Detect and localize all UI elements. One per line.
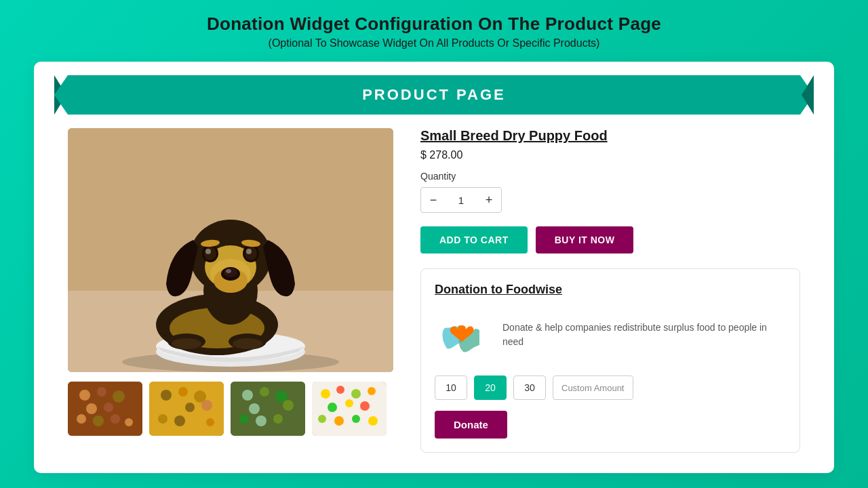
svg-point-72 bbox=[351, 389, 361, 399]
svg-point-51 bbox=[167, 403, 178, 414]
thumbnail-4[interactable] bbox=[312, 382, 387, 436]
svg-point-57 bbox=[206, 418, 214, 426]
svg-point-65 bbox=[239, 414, 249, 424]
quantity-value: 1 bbox=[446, 195, 477, 206]
svg-point-44 bbox=[93, 415, 104, 426]
svg-point-53 bbox=[201, 400, 212, 411]
product-images bbox=[68, 128, 393, 453]
svg-point-76 bbox=[360, 401, 370, 411]
thumbnail-2[interactable] bbox=[149, 382, 224, 436]
add-to-cart-button[interactable]: ADD TO CART bbox=[420, 226, 528, 253]
svg-point-71 bbox=[336, 386, 344, 394]
page-title: Donation Widget Configuration On The Pro… bbox=[207, 14, 661, 35]
svg-point-37 bbox=[79, 390, 90, 401]
product-price: $ 278.00 bbox=[420, 149, 800, 161]
svg-point-78 bbox=[334, 416, 344, 426]
thumbnail-3[interactable] bbox=[231, 382, 305, 436]
svg-point-45 bbox=[111, 414, 120, 424]
svg-point-48 bbox=[161, 390, 172, 401]
amount-10-button[interactable]: 10 bbox=[435, 375, 467, 400]
svg-point-52 bbox=[185, 403, 195, 412]
donation-widget: Donation to Foodwise bbox=[420, 268, 800, 453]
donation-description: Donate & help companies redistribute sur… bbox=[502, 321, 786, 349]
svg-point-74 bbox=[328, 403, 337, 412]
svg-point-68 bbox=[288, 418, 296, 426]
svg-point-42 bbox=[120, 400, 131, 411]
svg-point-40 bbox=[86, 403, 97, 414]
product-info: Small Breed Dry Puppy Food $ 278.00 Quan… bbox=[420, 128, 800, 453]
svg-point-75 bbox=[345, 399, 353, 407]
svg-point-19 bbox=[233, 338, 262, 349]
white-card: PRODUCT PAGE bbox=[34, 62, 834, 473]
page-subtitle: (Optional To Showcase Widget On All Prod… bbox=[207, 37, 661, 49]
svg-point-70 bbox=[321, 389, 330, 399]
quantity-plus-button[interactable]: + bbox=[477, 188, 501, 212]
svg-point-67 bbox=[273, 414, 283, 424]
page-header: Donation Widget Configuration On The Pro… bbox=[207, 14, 661, 49]
main-product-image bbox=[68, 128, 393, 372]
svg-point-59 bbox=[242, 390, 253, 401]
svg-point-54 bbox=[158, 414, 167, 424]
svg-point-41 bbox=[104, 403, 113, 412]
amount-20-button[interactable]: 20 bbox=[474, 375, 507, 400]
product-area: Small Breed Dry Puppy Food $ 278.00 Quan… bbox=[34, 115, 834, 453]
svg-point-43 bbox=[77, 414, 86, 424]
thumbnail-row bbox=[68, 382, 393, 436]
cart-buttons: ADD TO CART BUY IT NOW bbox=[420, 226, 800, 253]
thumbnail-1[interactable] bbox=[68, 382, 142, 436]
svg-point-64 bbox=[283, 400, 294, 411]
svg-point-63 bbox=[267, 403, 276, 412]
donation-body: Donate & help companies redistribute sur… bbox=[435, 308, 786, 362]
dog-svg bbox=[68, 128, 393, 372]
quantity-control: − 1 + bbox=[420, 187, 502, 213]
svg-point-60 bbox=[260, 387, 269, 396]
donation-amounts: 10 20 30 Custom Amount bbox=[435, 375, 786, 400]
svg-point-33 bbox=[246, 249, 252, 254]
svg-point-80 bbox=[368, 416, 378, 426]
svg-point-26 bbox=[224, 268, 237, 277]
svg-point-27 bbox=[226, 269, 231, 273]
svg-point-38 bbox=[97, 387, 106, 396]
svg-point-56 bbox=[192, 414, 201, 424]
donation-title: Donation to Foodwise bbox=[435, 283, 786, 297]
svg-point-55 bbox=[174, 415, 185, 426]
quantity-minus-button[interactable]: − bbox=[421, 188, 446, 212]
donation-icon bbox=[435, 308, 489, 362]
quantity-label: Quantity bbox=[420, 171, 800, 182]
svg-point-32 bbox=[205, 249, 211, 254]
svg-point-31 bbox=[245, 247, 257, 260]
svg-point-62 bbox=[249, 403, 260, 414]
product-page-banner: PRODUCT PAGE bbox=[54, 75, 814, 115]
svg-point-30 bbox=[204, 247, 216, 260]
svg-point-73 bbox=[368, 387, 376, 395]
amount-30-button[interactable]: 30 bbox=[513, 375, 546, 400]
svg-point-77 bbox=[318, 415, 326, 423]
banner-text: PRODUCT PAGE bbox=[362, 86, 506, 103]
buy-now-button[interactable]: BUY IT NOW bbox=[536, 226, 634, 253]
donate-button[interactable]: Donate bbox=[435, 411, 507, 439]
svg-point-49 bbox=[178, 387, 188, 396]
svg-point-46 bbox=[125, 418, 133, 426]
svg-point-79 bbox=[352, 415, 360, 423]
custom-amount-button[interactable]: Custom Amount bbox=[553, 375, 633, 400]
svg-point-18 bbox=[172, 338, 201, 349]
svg-point-66 bbox=[256, 415, 267, 426]
product-name: Small Breed Dry Puppy Food bbox=[420, 128, 800, 144]
